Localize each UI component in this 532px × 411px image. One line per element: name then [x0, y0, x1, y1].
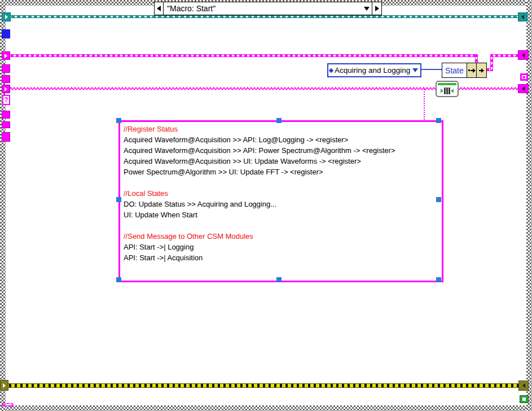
- case-structure-border-right: [526, 0, 532, 411]
- tunnel-pink-left-1[interactable]: [2, 51, 10, 60]
- tunnel-error-right[interactable]: [518, 381, 529, 391]
- case-prev-button[interactable]: [155, 2, 164, 15]
- tunnel-pink-right-1[interactable]: [518, 50, 529, 60]
- string-line: API: Start ->| Acquisition: [124, 252, 442, 263]
- enum-dropdown-icon[interactable]: [412, 68, 418, 72]
- string-line: UI: Update When Start: [124, 209, 442, 220]
- enum-constant-state[interactable]: Acquiring and Logging: [327, 63, 421, 77]
- tunnel-error-left[interactable]: [0, 380, 8, 391]
- enum-increment-icon[interactable]: [329, 68, 333, 72]
- tunnel-unwired-question[interactable]: ?: [2, 95, 10, 105]
- labview-block-diagram: "Macro: Start" Acquiring and Logging Sta…: [0, 0, 532, 411]
- string-constant-messages[interactable]: //Register Status Acquired Waveform@Acqu…: [118, 120, 443, 282]
- string-line: //Local States: [124, 188, 442, 199]
- string-line: [124, 220, 442, 231]
- teal-cluster-wire[interactable]: [6, 15, 521, 18]
- case-dropdown-button[interactable]: [362, 2, 372, 15]
- selection-handle[interactable]: [276, 277, 282, 282]
- tunnel-pink-left-4[interactable]: [2, 85, 10, 93]
- case-structure-border-left: [0, 0, 6, 411]
- tunnel-pink-left-2[interactable]: [2, 64, 10, 73]
- case-next-button[interactable]: [372, 2, 381, 15]
- tunnel-pink-right-hollow[interactable]: [520, 73, 528, 81]
- selection-handle[interactable]: [116, 277, 121, 282]
- bundle-arrow-icon: [467, 63, 477, 77]
- case-next-arrow-icon: [375, 6, 379, 11]
- bundle-output-wire-out[interactable]: [490, 54, 520, 57]
- tunnel-pink-left-7[interactable]: [2, 132, 10, 142]
- selection-handle[interactable]: [276, 118, 282, 123]
- bundle-by-name-node[interactable]: State: [442, 63, 487, 78]
- string-line: //Send Message to Other CSM Modules: [124, 231, 442, 242]
- bundle-arrow-icon: [476, 63, 486, 77]
- string-line: Acquired Waveform@Acquisition >> API: Po…: [124, 145, 442, 156]
- dropdown-arrow-icon: [364, 7, 370, 11]
- state-cluster-wire[interactable]: [6, 54, 477, 57]
- string-line: Acquired Waveform@Acquisition >> UI: Upd…: [124, 156, 442, 167]
- enum-value: Acquiring and Logging: [335, 66, 410, 75]
- case-insensitive-label: A=a: [1, 401, 14, 409]
- selection-handle[interactable]: [116, 118, 121, 123]
- tunnel-pink-left-3[interactable]: [2, 75, 10, 83]
- tunnel-blue-left[interactable]: [2, 29, 10, 38]
- case-structure-border-bottom: [0, 405, 532, 411]
- tunnel-teal-left[interactable]: [2, 12, 11, 21]
- tunnel-pink-left-5[interactable]: [2, 111, 10, 119]
- selection-handle[interactable]: [436, 118, 441, 123]
- case-prev-arrow-icon: [157, 6, 161, 11]
- tunnel-pink-right-2[interactable]: [518, 84, 529, 93]
- selection-handle[interactable]: [436, 197, 441, 202]
- tunnel-boolean-right[interactable]: [520, 395, 529, 403]
- tunnel-teal-right[interactable]: [518, 12, 527, 21]
- string-line: Acquired Waveform@Acquisition >> API: Lo…: [124, 134, 442, 145]
- enqueue-message-icon-banner: [438, 83, 456, 85]
- string-line: //Register Status: [124, 124, 442, 134]
- selection-handle[interactable]: [436, 277, 441, 282]
- bundle-element-label[interactable]: State: [442, 63, 467, 77]
- tunnel-pink-left-6[interactable]: [2, 121, 10, 128]
- selection-handle[interactable]: [116, 197, 121, 202]
- string-line: API: Start ->| Logging: [124, 242, 442, 252]
- string-line: Power Spectrum@Algorithm >> UI: Update F…: [124, 167, 442, 177]
- case-name: "Macro: Start": [164, 2, 362, 15]
- string-line: [124, 177, 442, 188]
- error-cluster-wire[interactable]: [6, 383, 521, 388]
- case-selector-label[interactable]: "Macro: Start": [154, 2, 382, 15]
- enqueue-message-icon-glyph: [437, 86, 458, 95]
- enqueue-message-icon[interactable]: [436, 81, 459, 97]
- enum-to-bundle-wire[interactable]: [421, 69, 442, 70]
- string-to-queue-wire[interactable]: [424, 89, 425, 121]
- string-line: DO: Update Status >> Acquiring and Loggi…: [124, 199, 442, 209]
